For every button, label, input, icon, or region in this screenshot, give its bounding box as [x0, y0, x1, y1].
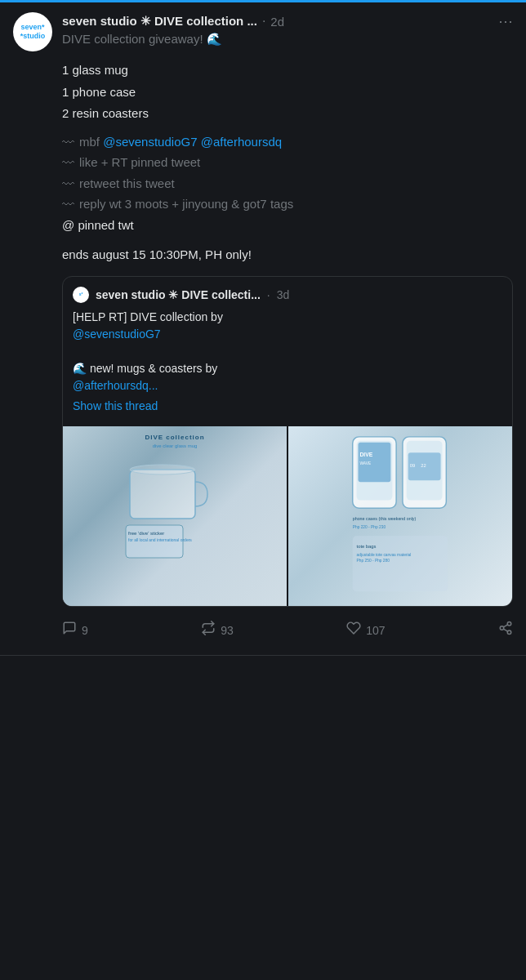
- more-options-icon[interactable]: ⋯: [498, 12, 513, 30]
- mention-afterhoursdq[interactable]: @afterhoursdq: [201, 135, 282, 149]
- quoted-wave-emoji: 🌊: [73, 362, 87, 375]
- svg-point-1: [130, 465, 195, 474]
- svg-text:tote bags: tote bags: [357, 543, 377, 548]
- item-mug: 1 glass mug: [62, 61, 513, 80]
- retweet-icon: [201, 620, 216, 642]
- share-button[interactable]: [498, 620, 513, 642]
- like-count: 107: [366, 622, 385, 639]
- quoted-line1: [HELP RT] DIVE collection by: [73, 309, 502, 326]
- show-thread-link[interactable]: Show this thread: [73, 394, 502, 418]
- svg-rect-0: [130, 470, 195, 519]
- req-reply: 〰 reply wt 3 moots + jinyoung & got7 tag…: [62, 195, 513, 215]
- tweet-body: 1 glass mug 1 phone case 2 resin coaster…: [62, 61, 513, 645]
- wave-icon-2: 〰: [62, 154, 74, 173]
- item-phone: 1 phone case: [62, 83, 513, 102]
- dot-separator: ·: [262, 14, 265, 29]
- pinned-line: @ pinned twt: [62, 216, 513, 235]
- svg-text:22: 22: [421, 462, 426, 467]
- quoted-images: DIVE collection dive clear glass mug fre…: [63, 426, 512, 606]
- quoted-line3: 🌊 new! mugs & coasters by: [73, 360, 502, 377]
- svg-line-24: [503, 629, 507, 631]
- wave-icon-4: 〰: [62, 196, 74, 215]
- ends-line: ends august 15 10:30PM, PH only!: [62, 246, 513, 265]
- action-bar: 9 93 107: [62, 617, 513, 645]
- quoted-account-name[interactable]: seven studio ✳ DIVE collecti...: [96, 287, 261, 304]
- quoted-mention-sevenstudio[interactable]: @sevenstudioG7: [73, 327, 161, 341]
- req-mbf: 〰 mbf @sevenstudioG7 @afterhoursdq: [62, 133, 513, 153]
- svg-text:Php 250 - Php 280: Php 250 - Php 280: [357, 559, 390, 563]
- img-left-label: DIVE collection: [145, 433, 204, 443]
- wave-icon-3: 〰: [62, 176, 74, 194]
- svg-text:09: 09: [410, 462, 415, 467]
- svg-line-25: [503, 624, 507, 626]
- quoted-line2: @sevenstudioG7: [73, 326, 502, 343]
- quoted-avatar: s*: [73, 287, 89, 303]
- quoted-mention-afterhours[interactable]: @afterhoursdq...: [73, 379, 158, 392]
- reply-count: 9: [82, 622, 88, 639]
- tweet-card: seven* *studio seven studio ✳ DIVE colle…: [0, 2, 526, 656]
- svg-text:WAVE: WAVE: [359, 461, 371, 465]
- tweet-time: 2d: [270, 15, 284, 29]
- mug-illustration: free 'dive' sticker for all local and in…: [122, 453, 228, 559]
- mention-sevenstudioG7[interactable]: @sevenstudioG7: [103, 135, 197, 149]
- reply-button[interactable]: 9: [62, 620, 88, 642]
- svg-text:Php 220 - Php 230: Php 220 - Php 230: [353, 524, 386, 528]
- wave-icon-1: 〰: [62, 134, 74, 153]
- phone-illustration: DIVE WAVE 09 22 phone cases (this weeken…: [347, 433, 453, 599]
- retweet-count: 93: [221, 622, 234, 639]
- svg-text:DIVE: DIVE: [359, 452, 372, 457]
- retweet-button[interactable]: 93: [201, 620, 234, 642]
- req-like-rt: 〰 like + RT pinned tweet: [62, 154, 513, 173]
- avatar[interactable]: seven* *studio: [13, 12, 52, 51]
- reply-icon: [62, 620, 77, 642]
- img-left-sublabel: dive clear glass mug: [153, 443, 198, 450]
- quoted-line4: @afterhoursdq...: [73, 377, 502, 394]
- svg-text:adjustable tote canvas materia: adjustable tote canvas material: [357, 552, 412, 556]
- quoted-image-right: DIVE WAVE 09 22 phone cases (this weeken…: [288, 426, 512, 606]
- tweet-meta: seven studio ✳ DIVE collection ... · 2d …: [62, 12, 513, 47]
- tweet-header: seven* *studio seven studio ✳ DIVE colle…: [13, 12, 513, 51]
- quoted-time: 3d: [277, 287, 290, 304]
- quoted-body: [HELP RT] DIVE collection by @sevenstudi…: [63, 309, 512, 426]
- share-icon: [498, 620, 513, 642]
- svg-text:phone cases (this weekend only: phone cases (this weekend only): [353, 515, 417, 520]
- like-button[interactable]: 107: [346, 620, 385, 642]
- svg-text:free 'dive' sticker: free 'dive' sticker: [128, 531, 164, 536]
- quoted-dot: ·: [267, 287, 270, 304]
- quoted-header: s* seven studio ✳ DIVE collecti... · 3d: [63, 277, 512, 309]
- like-icon: [346, 620, 361, 642]
- svg-text:for all local and internationa: for all local and international orders: [128, 537, 192, 542]
- req-retweet: 〰 retweet this tweet: [62, 175, 513, 194]
- item-coasters: 2 resin coasters: [62, 105, 513, 123]
- tweet-subtitle: DIVE collection giveaway! 🌊: [62, 32, 222, 47]
- account-name[interactable]: seven studio ✳ DIVE collection ...: [62, 14, 257, 29]
- quoted-tweet[interactable]: s* seven studio ✳ DIVE collecti... · 3d …: [62, 276, 513, 607]
- quoted-image-left: DIVE collection dive clear glass mug fre…: [63, 426, 288, 606]
